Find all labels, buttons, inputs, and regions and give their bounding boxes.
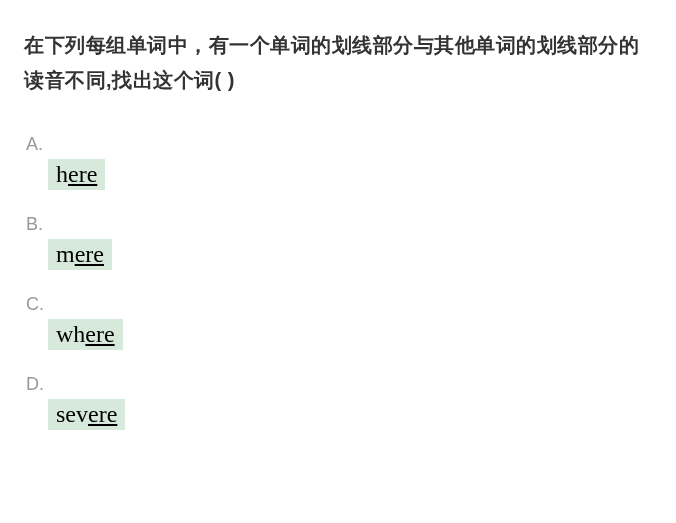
option-label: C. — [24, 294, 652, 315]
question-text: 在下列每组单词中，有一个单词的划线部分与其他单词的划线部分的读音不同,找出这个词… — [24, 28, 652, 98]
option-label: A. — [24, 134, 652, 155]
word-prefix: m — [56, 241, 75, 267]
word-underlined: ere — [85, 321, 114, 347]
option-c[interactable]: C. where — [24, 294, 652, 350]
word-underlined: ere — [75, 241, 104, 267]
option-label: B. — [24, 214, 652, 235]
word-prefix: sev — [56, 401, 88, 427]
word-underlined: ere — [88, 401, 117, 427]
word-box: here — [48, 159, 105, 190]
word-underlined: ere — [68, 161, 97, 187]
option-d[interactable]: D. severe — [24, 374, 652, 430]
option-b[interactable]: B. mere — [24, 214, 652, 270]
option-a[interactable]: A. here — [24, 134, 652, 190]
word-box: severe — [48, 399, 125, 430]
option-label: D. — [24, 374, 652, 395]
word-box: mere — [48, 239, 112, 270]
word-prefix: h — [56, 161, 68, 187]
options-list: A. here B. mere C. where D. severe — [24, 134, 652, 430]
word-box: where — [48, 319, 123, 350]
word-prefix: wh — [56, 321, 85, 347]
